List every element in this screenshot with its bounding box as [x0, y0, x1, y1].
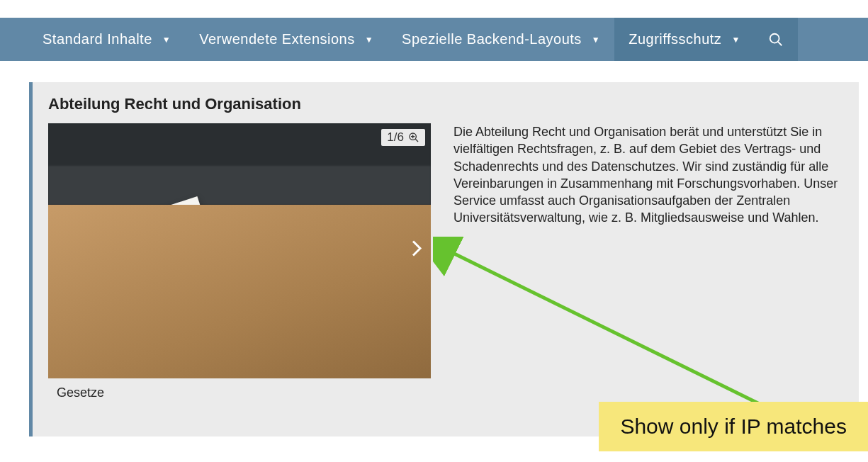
chevron-down-icon: ▼ [162, 35, 171, 45]
gallery-image-documents: GEMEINSAMES AMTSBLATT GESETZBLATT Bundes… [48, 123, 431, 378]
doc-title: GESETZBLATT [173, 232, 298, 248]
chevron-down-icon: ▼ [731, 35, 740, 45]
nav-label: Spezielle Backend-Layouts [402, 31, 582, 47]
image-gallery[interactable]: GEMEINSAMES AMTSBLATT GESETZBLATT Bundes… [48, 123, 431, 378]
nav-item-zugriffsschutz[interactable]: Zugriffsschutz ▼ [614, 18, 755, 61]
chevron-down-icon: ▼ [592, 35, 600, 45]
card-columns: GEMEINSAMES AMTSBLATT GESETZBLATT Bundes… [48, 123, 843, 400]
chevron-right-icon [410, 238, 424, 259]
svg-line-1 [778, 42, 782, 45]
svg-line-3 [415, 139, 418, 142]
gallery-next-button[interactable] [410, 238, 424, 264]
gallery-counter-badge: 1/6 [381, 129, 425, 146]
nav-search-button[interactable] [755, 18, 798, 61]
annotation-text: Show only if IP matches [620, 415, 847, 438]
card-title: Abteilung Recht und Organisation [48, 95, 843, 113]
main-navbar: Standard Inhalte ▼ Verwendete Extensions… [0, 18, 868, 61]
doc-title: GEMEINSAMES AMTSBLATT [73, 205, 193, 251]
nav-label: Verwendete Extensions [199, 31, 355, 47]
chevron-down-icon: ▼ [365, 35, 373, 45]
nav-item-spezielle-backend-layouts[interactable]: Spezielle Backend-Layouts ▼ [388, 18, 614, 61]
nav-item-standard-inhalte[interactable]: Standard Inhalte ▼ [28, 18, 185, 61]
gallery-column: GEMEINSAMES AMTSBLATT GESETZBLATT Bundes… [48, 123, 431, 400]
annotation-callout: Show only if IP matches [599, 402, 868, 451]
nav-label: Zugriffsschutz [629, 31, 721, 47]
card-body-text: Die Abteilung Recht und Organisation ber… [453, 123, 843, 400]
content-card: Abteilung Recht und Organisation GEMEINS… [29, 82, 859, 436]
zoom-icon [408, 132, 419, 143]
svg-point-0 [770, 33, 779, 43]
gallery-counter-text: 1/6 [387, 130, 404, 145]
nav-label: Standard Inhalte [43, 31, 152, 47]
nav-item-verwendete-extensions[interactable]: Verwendete Extensions ▼ [185, 18, 388, 61]
gallery-caption: Gesetze [48, 385, 431, 400]
search-icon [768, 32, 784, 47]
